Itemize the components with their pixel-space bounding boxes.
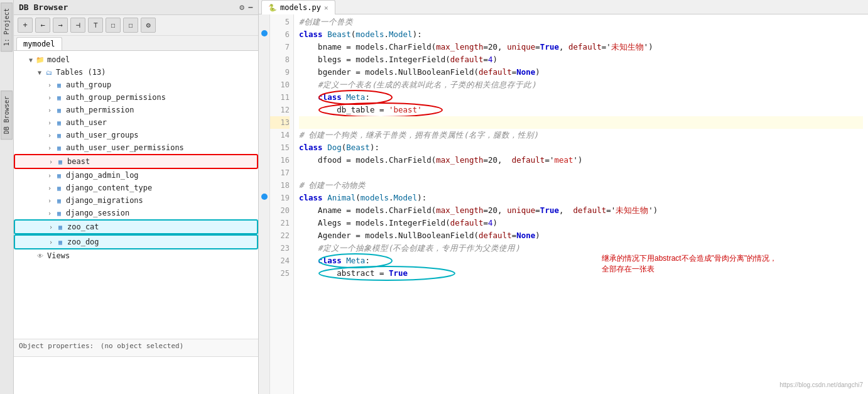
gear-icon[interactable]: ⚙ <box>239 3 244 12</box>
panel-title: DB Browser <box>19 3 68 12</box>
table-icon-ap: ▦ <box>54 105 64 115</box>
tab-close-btn[interactable]: ✕ <box>324 4 328 12</box>
code-line-6[interactable]: class Beast(models.Model): <box>299 28 863 41</box>
table-icon-zc: ▦ <box>55 222 65 232</box>
table-icon-auth-group: ▦ <box>54 80 64 90</box>
expand-arrow-zd: › <box>46 238 55 246</box>
tab-filename: models.py <box>280 3 321 12</box>
project-tab[interactable]: 1: Project <box>1 3 13 52</box>
aug-label: auth_user_groups <box>66 131 139 140</box>
tree-auth-user-user-permissions[interactable]: › ▦ auth_user_user_permissions <box>14 141 258 154</box>
table-icon-dal: ▦ <box>54 170 64 180</box>
tree-views[interactable]: 👁 Views <box>14 249 258 262</box>
code-line-16[interactable]: dfood = models.CharField(max_length=20, … <box>299 154 863 167</box>
tree-zoo-cat[interactable]: › ▦ zoo_cat <box>14 219 258 234</box>
expand-btn[interactable]: ⊤ <box>88 18 103 33</box>
ln-5: 5 <box>270 16 290 28</box>
expand-arrow-dal: › <box>45 171 54 180</box>
code-line-5[interactable]: #创建一个兽类 <box>299 16 863 28</box>
db-browser-tab[interactable]: DB Browser <box>1 90 13 140</box>
tree-zoo-dog[interactable]: › ▦ zoo_dog <box>14 234 258 249</box>
ds-label: django_session <box>66 209 129 217</box>
code-line-10[interactable]: #定义一个表名(生成的表就叫此名，子类的相关信息存于此) <box>299 79 863 91</box>
tree-auth-user[interactable]: › ▦ auth_user <box>14 116 258 129</box>
gutter-7 <box>259 40 269 52</box>
tree-auth-group[interactable]: › ▦ auth_group <box>14 79 258 91</box>
watermark: https://blog.csdn.net/dangchi7 <box>779 379 863 391</box>
tree-auth-user-groups[interactable]: › ▦ auth_user_groups <box>14 129 258 141</box>
code-line-15[interactable]: class Dog(Beast): <box>299 141 863 154</box>
code-line-11[interactable]: class Meta: <box>299 91 863 104</box>
code-line-19[interactable]: class Animal(models.Model): <box>299 192 863 204</box>
tree-django-session[interactable]: › ▦ django_session <box>14 207 258 219</box>
gutter-9 <box>259 65 269 77</box>
tree-tables-folder[interactable]: ▼ 🗂 Tables (13) <box>14 66 258 79</box>
ln-12: 12 <box>270 104 290 116</box>
dm-label: django_migrations <box>66 196 143 205</box>
ln-18: 18 <box>270 179 290 192</box>
gutter-5 <box>259 14 269 27</box>
gutter-markers <box>259 14 270 394</box>
code-line-23[interactable]: #定义一个抽象模型(不会创建表，专用于作为父类使用) <box>299 242 863 254</box>
code-line-20[interactable]: Aname = models.CharField(max_length=20, … <box>299 204 863 217</box>
gutter-22 <box>259 228 269 241</box>
code-line-12[interactable]: db_table = 'beast' <box>299 104 863 116</box>
zoo-dog-label: zoo_dog <box>67 238 99 246</box>
code-line-17 <box>299 167 863 179</box>
views-icon: 👁 <box>35 251 45 261</box>
ln-9: 9 <box>270 66 290 79</box>
tree-auth-permission[interactable]: › ▦ auth_permission <box>14 104 258 116</box>
code-line-22[interactable]: Agender = models.NullBooleanField(defaul… <box>299 229 863 242</box>
ln-20: 20 <box>270 204 290 217</box>
settings-btn[interactable]: ⚙ <box>141 18 156 33</box>
tree-django-migrations[interactable]: › ▦ django_migrations <box>14 194 258 207</box>
tree-auth-group-permissions[interactable]: › ▦ auth_group_permissions <box>14 91 258 104</box>
models-py-tab[interactable]: 🐍 models.py ✕ <box>261 0 335 14</box>
code-line-25[interactable]: abstract = True <box>299 267 863 280</box>
ln-16: 16 <box>270 154 290 167</box>
tree-beast[interactable]: › ▦ beast <box>14 154 258 169</box>
expand-arrow-dm: › <box>45 196 54 205</box>
gutter-11 <box>259 90 269 102</box>
panel-header-icons[interactable]: ⚙ − <box>239 3 253 12</box>
tables-label: Tables (13) <box>56 68 106 77</box>
code-line-9[interactable]: bgender = models.NullBooleanField(defaul… <box>299 66 863 79</box>
l6-kw-class: class <box>299 28 327 41</box>
ln-7: 7 <box>270 41 290 53</box>
ln-25: 25 <box>270 267 290 280</box>
expand-arrow-agp: › <box>45 93 54 102</box>
table-icon-zd: ▦ <box>55 237 65 247</box>
gutter-14 <box>259 128 269 140</box>
code-line-7[interactable]: bname = models.CharField(max_length=20, … <box>299 41 863 53</box>
tree-django-content-type[interactable]: › ▦ django_content_type <box>14 182 258 194</box>
tree-model-folder[interactable]: ▼ 📁 model <box>14 53 258 66</box>
code-line-14[interactable]: # 创建一个狗类，继承于兽类，拥有兽类属性(名字，腿数，性别) <box>299 129 863 141</box>
gutter-15 <box>259 140 269 153</box>
tree-django-admin-log[interactable]: › ▦ django_admin_log <box>14 169 258 182</box>
forward-btn[interactable]: → <box>53 18 68 33</box>
ln-17: 17 <box>270 167 290 179</box>
gutter-21 <box>259 216 269 228</box>
gutter-20 <box>259 203 269 216</box>
ln-11: 11 <box>270 91 290 104</box>
mymodel-tab[interactable]: mymodel <box>16 37 62 50</box>
collapse-btn[interactable]: ⊣ <box>70 18 85 33</box>
expand-arrow-auth-group: › <box>45 80 54 89</box>
back-btn[interactable]: ← <box>35 18 50 33</box>
code-line-18[interactable]: # 创建一个动物类 <box>299 179 863 192</box>
gutter-17 <box>259 165 269 178</box>
add-btn[interactable]: + <box>18 18 33 33</box>
code-line-24[interactable]: class Meta: <box>299 254 863 267</box>
expand-arrow-aug: › <box>45 131 54 140</box>
db-tab-bar: mymodel <box>14 36 258 51</box>
ln-10: 10 <box>270 79 290 91</box>
view-btn[interactable]: ☐ <box>106 18 121 33</box>
code-line-8[interactable]: blegs = models.IntegerField(default=4) <box>299 53 863 66</box>
minimize-icon[interactable]: − <box>248 3 253 12</box>
copy-btn[interactable]: ☐ <box>123 18 138 33</box>
expand-arrow-dct: › <box>45 183 54 192</box>
ln-24: 24 <box>270 254 290 267</box>
ln-21: 21 <box>270 217 290 229</box>
code-line-21[interactable]: Alegs = models.IntegerField(default=4) <box>299 217 863 229</box>
object-props-label: Object properties: <box>19 342 94 350</box>
